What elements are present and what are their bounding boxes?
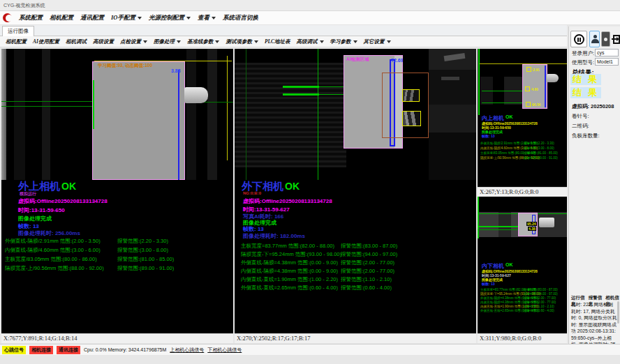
green-hline-thick	[478, 226, 519, 227]
control-panel: 登录用户: cys 使用型号: Model1 总结果: 结 果 结 果 虚拟码:…	[568, 26, 620, 344]
title-bar: CYG-视觉检测系统	[0, 0, 620, 11]
menu-item-view[interactable]: 查看	[198, 14, 216, 22]
menu-item-comm-config[interactable]: 通讯配置	[80, 14, 104, 22]
toolbar: 相机配置 AI使用配置 相机调试 高级设置 点检设置 图像处理 基准线参数 测试…	[0, 36, 567, 47]
ng-count-text: NG:0;B:0	[243, 191, 261, 195]
green-edge-line	[478, 49, 480, 115]
mode-text: 模拟运行	[20, 191, 36, 197]
user-button[interactable]	[589, 31, 600, 47]
model-field[interactable]: Model1	[595, 58, 619, 66]
tab-connector	[184, 87, 208, 103]
dropdown-arrow-icon	[215, 40, 219, 43]
barcode-text: 虚拟码:Offline20250208133134728	[243, 197, 332, 205]
left-camera-image[interactable]: 学习阈值:93, 动态阈值:100 3.88	[1, 49, 233, 180]
green-vline	[246, 49, 246, 180]
green-hline	[478, 229, 519, 230]
green-hline	[482, 103, 524, 103]
elapsed-text: 图像处理耗时: 256.00ms	[18, 229, 80, 237]
overlay-value: 2.91	[533, 68, 540, 72]
tool-ai-usage-config[interactable]: AI使用配置	[33, 38, 59, 45]
time-text: 时间:13-31-59-650	[18, 206, 65, 214]
dropdown-arrow-icon	[212, 17, 216, 20]
window-title: CYG-视觉检测系统	[3, 3, 45, 8]
tab-strip: 运行图像	[0, 25, 567, 36]
pixel-coords-bar: X:7677;Y:891;R:14;G:14;B:14	[1, 333, 233, 343]
machine-background	[235, 63, 346, 167]
menu-item-camera-config[interactable]: 相机配置	[50, 14, 73, 22]
dropdown-arrow-icon	[143, 40, 147, 43]
exit-button[interactable]	[612, 31, 620, 47]
qr-code-label: 二维码:	[572, 123, 589, 130]
tool-camera-debug[interactable]: 相机调试	[66, 38, 87, 45]
tab-run-image[interactable]: 运行图像	[2, 26, 34, 36]
dropdown-arrow-icon	[387, 40, 391, 43]
lock-button[interactable]	[601, 31, 610, 47]
elapsed-text: 图像处理耗时: 182.00ms	[243, 232, 305, 240]
dropdown-arrow-icon	[177, 40, 181, 43]
machine-right	[429, 49, 476, 180]
menu-item-light-config[interactable]: 光源控制配置	[149, 14, 191, 22]
tool-plc-address[interactable]: PLC地址表	[265, 38, 290, 45]
metal-highlight	[539, 218, 554, 227]
top-right-camera-panel: 2.91 4.60 90.56 内上相机 OK 虚拟码:Offline20250…	[478, 49, 567, 197]
tool-camera-config[interactable]: 相机配置	[6, 38, 27, 45]
machine-right	[186, 49, 233, 180]
tool-advanced-settings[interactable]: 高级设置	[93, 38, 114, 45]
tool-advanced-debug[interactable]: 高级调试	[297, 38, 324, 45]
upper-camera-heartbeat-text: 上相机心跳信号	[170, 347, 204, 354]
tool-spot-check[interactable]: 点检设置	[120, 38, 147, 45]
green-hline-thick	[283, 93, 319, 96]
anode-bin-count-label: 负极库数量:	[572, 132, 600, 139]
blue-measure-line	[178, 70, 179, 180]
dropdown-arrow-icon	[138, 17, 142, 20]
reel-number-label: 卷针号:	[572, 113, 589, 120]
left-camera-panel: 学习阈值:93, 动态阈值:100 3.88 外上相机 OK 模拟运行 虚拟码:…	[1, 49, 233, 343]
tool-test-params[interactable]: 测试项参数	[226, 38, 258, 45]
pause-icon	[574, 34, 584, 45]
roi-rect-yellow	[526, 67, 531, 72]
center-camera-panel: AI检测区域 72.69 外下相机 OK NG:0;B:0 虚拟码:Offlin…	[235, 49, 476, 343]
metal-highlight	[441, 77, 459, 80]
app-logo-icon	[3, 13, 12, 22]
green-hline	[482, 91, 524, 91]
roi-rect-yellow	[526, 102, 531, 107]
result-badge-2: 结 果	[570, 87, 601, 98]
comm-connect-badge: 通讯连接	[57, 346, 80, 354]
center-camera-image[interactable]: AI检测区域 72.69	[235, 49, 476, 180]
cpu-memory-text: Cpu: 0.0% Memory: 3424.41796875M	[84, 347, 166, 352]
result-badge-1: 结 果	[570, 74, 601, 85]
overlay-value: 90.56	[532, 103, 541, 107]
green-edge-line	[478, 197, 479, 238]
green-edge-line	[93, 80, 94, 129]
status-bar: 心跳信号 相机连接 通讯连接 Cpu: 0.0% Memory: 3424.41…	[0, 344, 620, 355]
overlay-value: 95.24	[526, 222, 537, 226]
menu-bar: 系统配置 相机配置 通讯配置 IO手配置 光源控制配置 查看 系统语言切换	[0, 11, 620, 25]
pause-button[interactable]	[570, 31, 587, 47]
bottom-right-camera-image[interactable]: 95.24 4.38	[478, 197, 567, 259]
tool-learning-params[interactable]: 学习参数	[330, 38, 357, 45]
tool-other-settings[interactable]: 其它设置	[364, 38, 391, 45]
yellow-guide-vline	[227, 56, 228, 160]
tool-baseline-params[interactable]: 基准线参数	[187, 38, 220, 45]
pixel-coords-bar: X:267;Y:13;R:0;G:0;B:0	[478, 187, 567, 197]
login-user-field[interactable]: cys	[595, 49, 619, 56]
camera-status-ok: OK	[61, 181, 76, 192]
tab-connector	[547, 74, 559, 82]
roi-rect-yellow	[402, 111, 421, 126]
pixel-coords-bar: X:270;Y:2502;R:17;G:17;B:17	[235, 333, 476, 343]
dropdown-arrow-icon	[320, 40, 324, 43]
overlay-value: 4.60	[531, 87, 538, 91]
barcode-text: 虚拟码:Offline20250208133134728	[18, 197, 108, 205]
menu-item-system-config[interactable]: 系统配置	[19, 14, 43, 22]
app-window: CYG-视觉检测系统 系统配置 相机配置 通讯配置 IO手配置 光源控制配置 查…	[0, 0, 620, 364]
menu-item-language[interactable]: 系统语言切换	[223, 14, 258, 22]
login-user-label: 登录用户:	[572, 50, 594, 57]
log-scrollbar[interactable]	[617, 301, 619, 324]
tool-image-processing[interactable]: 图像处理	[154, 38, 181, 45]
machine-edge	[1, 49, 6, 180]
bottom-right-camera-panel: 95.24 4.38 内下相机 OK 虚拟码:Offline2025020813…	[478, 197, 567, 343]
user-icon	[591, 35, 598, 43]
camera-status-ok: OK	[505, 262, 513, 267]
camera-connect-badge: 相机连接	[29, 346, 53, 354]
menu-item-io-config[interactable]: IO手配置	[111, 14, 142, 22]
